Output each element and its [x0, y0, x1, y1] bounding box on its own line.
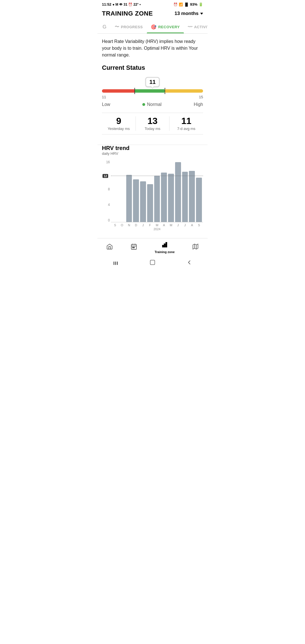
- nav-calendar[interactable]: [130, 243, 137, 252]
- gauge-indicator: 11: [102, 77, 203, 87]
- current-status-title: Current Status: [102, 64, 203, 71]
- x-label-9: J: [175, 223, 181, 227]
- current-status-section: Current Status 11 11 15 Low: [102, 64, 203, 134]
- x-label-0: S: [112, 223, 118, 227]
- svg-rect-1: [132, 247, 133, 248]
- x-label-10: J: [182, 223, 188, 227]
- hrv-trend-section: HRV trend daily HRV 16 8 4 0 12 SONDJFMA…: [97, 145, 208, 235]
- bar-fill-11: [189, 171, 195, 222]
- yesterday-value: 9: [102, 116, 136, 125]
- y-label-4: 4: [102, 203, 110, 207]
- sys-back[interactable]: [186, 259, 192, 267]
- svg-rect-5: [166, 242, 167, 247]
- bar-M-6: [154, 160, 160, 222]
- bar-A-7: [161, 160, 167, 222]
- x-label-7: A: [161, 223, 167, 227]
- stats-row: 9 Yesterday ms 13 Today ms 11 7-d avg ms: [102, 113, 203, 134]
- tab-bar: G 〜 PROGRESS 🎯 RECOVERY 〰 ACTIVITY: [97, 21, 208, 34]
- status-left: 11:52 ● M 👁 31 ⏰ 22° •: [102, 2, 141, 6]
- system-nav: [97, 256, 208, 272]
- x-label-2: N: [126, 223, 132, 227]
- hrv-gauge: 11 11 15 Low Normal H: [102, 77, 203, 107]
- x-label-6: M: [154, 223, 160, 227]
- gauge-label-low-val: 11: [102, 95, 106, 99]
- x-label-3: D: [133, 223, 139, 227]
- bar-fill-7: [161, 173, 167, 222]
- gauge-label-high-val: 15: [199, 95, 203, 99]
- hrv-description: Heart Rate Variability (HRV) implies how…: [102, 38, 203, 58]
- status-bar: 11:52 ● M 👁 31 ⏰ 22° • ⏰ 📶 ▐▌ 93% 🔋: [97, 0, 208, 8]
- training-zone-icon: [161, 241, 168, 250]
- stat-yesterday: 9 Yesterday ms: [102, 116, 136, 131]
- bar-O-1: [119, 160, 125, 222]
- bar-S-0: [112, 160, 118, 222]
- time: 11:52: [102, 2, 111, 6]
- svg-rect-9: [150, 260, 155, 265]
- x-label-8: M: [168, 223, 174, 227]
- gauge-low-marker: [134, 88, 135, 94]
- bottom-nav: Training zone: [97, 238, 208, 256]
- x-label-12: S: [196, 223, 202, 227]
- gauge-red-zone: [102, 89, 134, 93]
- svg-rect-3: [162, 245, 164, 247]
- tab-progress[interactable]: 〜 PROGRESS: [111, 21, 147, 33]
- nav-training-zone[interactable]: Training zone: [154, 241, 175, 254]
- app-header: TRAINING ZONE 13 months: [97, 8, 208, 21]
- tab-activity[interactable]: 〰 ACTIVITY: [184, 21, 208, 33]
- gauge-green-zone: [134, 89, 165, 93]
- sys-multitask[interactable]: [113, 259, 119, 267]
- status-icons: ● M 👁 31 ⏰ 22° •: [112, 3, 141, 6]
- svg-rect-6: [114, 262, 114, 265]
- x-label-4: J: [140, 223, 146, 227]
- current-value-bubble: 11: [145, 77, 160, 87]
- bar-S-12: [196, 160, 202, 222]
- stat-today: 13 Today ms: [136, 116, 170, 131]
- battery-label: 93%: [190, 2, 197, 6]
- chart-area: 12: [111, 160, 203, 222]
- today-label: Today ms: [136, 127, 169, 131]
- battery-icon: 🔋: [199, 2, 203, 6]
- alarm-icon: ⏰: [173, 3, 178, 6]
- tab-activity-label: ACTIVITY: [194, 25, 208, 29]
- period-label: 13 months: [175, 11, 199, 16]
- svg-rect-4: [164, 244, 165, 247]
- 7d-label: 7-d avg ms: [169, 127, 203, 131]
- recovery-icon: 🎯: [151, 24, 157, 30]
- status-right: ⏰ 📶 ▐▌ 93% 🔋: [173, 2, 203, 6]
- main-content: Heart Rate Variability (HRV) implies how…: [97, 34, 208, 145]
- bar-N-2: [126, 160, 132, 222]
- tab-recovery[interactable]: 🎯 RECOVERY: [147, 21, 184, 33]
- nav-map[interactable]: [192, 243, 199, 252]
- map-icon: [192, 243, 199, 252]
- bar-F-5: [147, 160, 153, 222]
- legend-low: Low: [102, 102, 110, 107]
- bar-fill-6: [154, 176, 160, 222]
- bar-fill-2: [126, 175, 132, 222]
- nav-home[interactable]: [106, 243, 113, 252]
- x-axis-labels: SONDJFMAMJJAS: [111, 222, 203, 227]
- bar-J-10: [182, 160, 188, 222]
- bar-J-9: [175, 160, 181, 222]
- bar-A-11: [189, 160, 195, 222]
- bar-fill-8: [168, 174, 174, 222]
- progress-icon: 〜: [115, 24, 119, 30]
- bar-fill-5: [147, 184, 153, 222]
- home-icon: [106, 243, 113, 252]
- tab-recovery-label: RECOVERY: [158, 25, 180, 29]
- gauge-legend: Low Normal High: [102, 102, 203, 107]
- y-label-8: 8: [102, 187, 110, 191]
- tab-training[interactable]: G: [99, 21, 111, 33]
- y-axis-labels: 16 8 4 0: [102, 160, 110, 222]
- svg-rect-8: [117, 262, 118, 265]
- gauge-high-marker: [165, 88, 165, 94]
- today-value: 13: [136, 116, 169, 125]
- gauge-yellow-zone: [165, 89, 203, 93]
- bar-fill-9: [175, 162, 181, 222]
- x-label-11: A: [189, 223, 195, 227]
- period-selector[interactable]: 13 months: [175, 11, 203, 16]
- gauge-bar: [102, 89, 203, 93]
- sys-home[interactable]: [149, 259, 156, 267]
- legend-normal-group: Normal: [142, 102, 162, 107]
- activity-icon: 〰: [188, 25, 193, 30]
- bar-D-3: [133, 160, 139, 222]
